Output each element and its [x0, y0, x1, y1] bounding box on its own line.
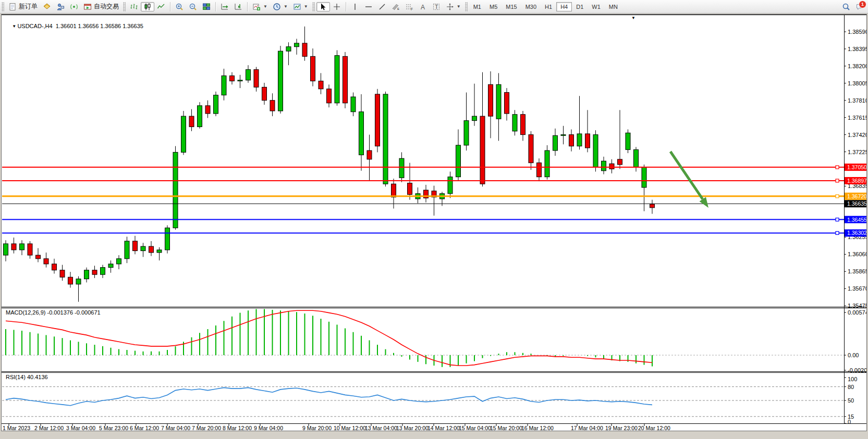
- timeframe-button-D1[interactable]: D1: [572, 2, 588, 11]
- one-click-collapse-icon[interactable]: ▼: [631, 16, 635, 20]
- indicators-dropdown-icon: ▼: [263, 4, 267, 9]
- candle: [545, 150, 549, 177]
- profile-button[interactable]: [54, 2, 67, 11]
- candle: [537, 163, 542, 177]
- svg-text:17 Mar 04:00: 17 Mar 04:00: [571, 425, 603, 431]
- chart-canvas[interactable]: 1.385901.383951.382001.380051.378101.376…: [2, 15, 866, 431]
- new-chart-button[interactable]: [40, 2, 54, 11]
- trendline-tool[interactable]: [375, 2, 389, 11]
- toolbar-grip[interactable]: [2, 2, 4, 11]
- candle-chart-icon: [143, 3, 152, 11]
- chart-shift-icon: [234, 3, 242, 11]
- timeframe-button-M15[interactable]: M15: [502, 2, 521, 11]
- timeframe-button-H4[interactable]: H4: [556, 2, 572, 11]
- svg-text:0.00: 0.00: [848, 352, 859, 358]
- candle: [327, 89, 332, 103]
- cursor-tool-button[interactable]: [316, 2, 330, 11]
- candle: [222, 76, 226, 95]
- channel-tool[interactable]: E: [389, 2, 402, 11]
- svg-text:T: T: [435, 4, 438, 10]
- candle: [28, 244, 32, 255]
- candle: [634, 149, 639, 167]
- candle: [561, 135, 566, 136]
- autotrade-button[interactable]: 自动交易: [81, 2, 121, 11]
- svg-text:1.37810: 1.37810: [848, 97, 866, 104]
- new-order-button[interactable]: 新订单: [6, 2, 40, 11]
- timeframe-button-M30[interactable]: M30: [521, 2, 541, 11]
- svg-text:0.005741: 0.005741: [848, 309, 866, 316]
- candle: [205, 106, 210, 114]
- svg-text:7 Mar 20:00: 7 Mar 20:00: [192, 425, 221, 431]
- candle-chart-button[interactable]: [141, 2, 154, 11]
- tile-windows-icon: [202, 3, 211, 11]
- candle: [311, 56, 315, 81]
- crosshair-tool-button[interactable]: [330, 2, 344, 11]
- indicators-button[interactable]: ▼: [250, 2, 270, 11]
- candle: [52, 264, 57, 270]
- vertical-line-tool[interactable]: [348, 2, 362, 11]
- arrows-tool[interactable]: ▼: [443, 2, 463, 11]
- timeframe-button-M1[interactable]: M1: [469, 2, 485, 11]
- svg-text:5 Mar 23:00: 5 Mar 23:00: [99, 425, 128, 431]
- timeframe-button-MN[interactable]: MN: [605, 2, 622, 11]
- toolbar-grip[interactable]: [465, 2, 468, 11]
- zoom-in-button[interactable]: [173, 2, 186, 11]
- clock-icon: [273, 3, 281, 11]
- text-tool[interactable]: A: [416, 2, 430, 11]
- notifications-button[interactable]: 1: [855, 3, 864, 11]
- horizontal-line-icon: [364, 3, 373, 11]
- candle: [246, 70, 251, 80]
- toolbar-grip[interactable]: [312, 2, 315, 11]
- svg-text:1.38200: 1.38200: [848, 63, 866, 69]
- candle: [472, 116, 477, 120]
- candle: [335, 56, 339, 103]
- candle: [343, 56, 348, 103]
- svg-text:13 Mar 20:00: 13 Mar 20:00: [396, 425, 429, 431]
- svg-text:1.35475: 1.35475: [848, 303, 866, 309]
- signals-button[interactable]: [67, 2, 81, 11]
- zoom-in-icon: [175, 3, 184, 11]
- hline-handle[interactable]: [836, 166, 839, 169]
- search-icon[interactable]: [842, 3, 850, 11]
- candle: [577, 134, 582, 146]
- text-label-tool[interactable]: T: [430, 2, 443, 11]
- template-button[interactable]: ▼: [290, 2, 311, 11]
- new-order-icon: [8, 3, 17, 11]
- line-chart-button[interactable]: [154, 2, 168, 11]
- hline-handle[interactable]: [836, 231, 839, 234]
- cursor-icon: [319, 3, 327, 11]
- zoom-out-button[interactable]: [186, 2, 200, 11]
- fibonacci-tool[interactable]: F: [402, 2, 416, 11]
- indicators-icon: [252, 3, 261, 11]
- timeframe-button-M5[interactable]: M5: [485, 2, 502, 11]
- chart-menu-icon[interactable]: ▼: [12, 24, 17, 29]
- candle: [198, 106, 202, 127]
- horizontal-line-tool[interactable]: [362, 2, 375, 11]
- candle: [367, 150, 372, 159]
- timeframe-button-H1[interactable]: H1: [541, 2, 556, 11]
- hline-handle[interactable]: [836, 218, 839, 221]
- new-order-label: 新订单: [19, 2, 38, 11]
- period-button[interactable]: ▼: [270, 2, 290, 11]
- text-label-icon: T: [432, 3, 441, 11]
- timeframe-button-W1[interactable]: W1: [588, 2, 605, 11]
- chart-shift-button[interactable]: [231, 2, 245, 11]
- auto-scroll-button[interactable]: [218, 2, 231, 11]
- svg-text:15 Mar 20:00: 15 Mar 20:00: [490, 425, 522, 431]
- hline-handle[interactable]: [836, 179, 839, 182]
- candle: [553, 135, 558, 150]
- toolbar-grip[interactable]: [123, 2, 126, 11]
- candle: [141, 246, 145, 250]
- candle: [157, 250, 162, 253]
- bar-chart-button[interactable]: [127, 2, 141, 11]
- tile-windows-button[interactable]: [200, 2, 213, 11]
- timeframe-group: M1M5M15M30H1H4D1W1MN: [469, 2, 622, 11]
- chart-window[interactable]: 1.385901.383951.382001.380051.378101.376…: [1, 14, 867, 431]
- svg-text:1.37050: 1.37050: [847, 164, 866, 170]
- hline-handle[interactable]: [836, 195, 839, 198]
- svg-text:1.37420: 1.37420: [848, 132, 866, 138]
- svg-text:1.38005: 1.38005: [848, 80, 866, 86]
- status-bar: [0, 432, 868, 439]
- candle: [521, 115, 525, 135]
- candle: [11, 244, 16, 250]
